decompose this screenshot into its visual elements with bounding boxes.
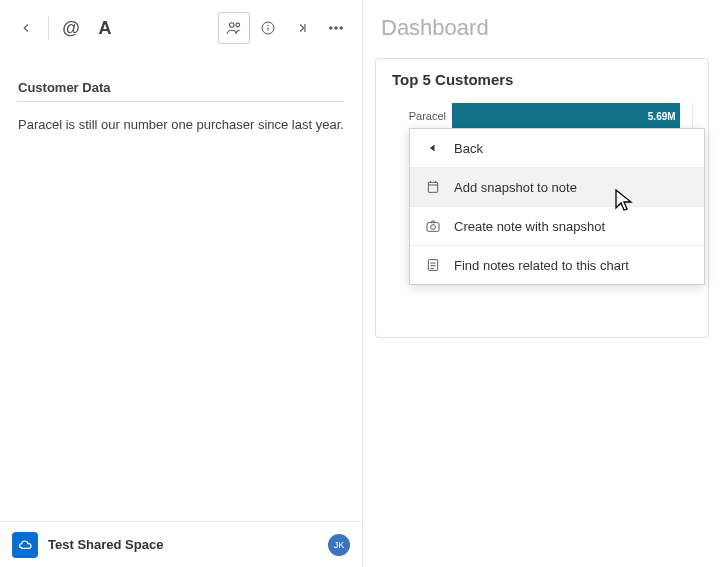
svg-rect-10 <box>428 182 437 192</box>
info-button[interactable] <box>252 12 284 44</box>
svg-point-1 <box>236 23 240 27</box>
ctx-label: Find notes related to this chart <box>454 258 629 273</box>
back-button[interactable] <box>10 12 42 44</box>
user-avatar[interactable]: JK <box>328 534 350 556</box>
mention-button[interactable]: @ <box>55 12 87 44</box>
format-button[interactable]: A <box>89 12 121 44</box>
bar-value: 5.69M <box>648 111 676 122</box>
ctx-find-notes[interactable]: Find notes related to this chart <box>410 246 704 284</box>
ctx-label: Back <box>454 141 483 156</box>
svg-point-4 <box>268 25 269 26</box>
separator <box>48 16 49 40</box>
back-arrow-icon <box>424 139 442 157</box>
chart-title: Top 5 Customers <box>392 71 692 88</box>
context-menu: Back Add snapshot to note Create note wi… <box>409 128 705 285</box>
camera-icon <box>424 217 442 235</box>
collaborators-button[interactable] <box>218 12 250 44</box>
note-add-icon <box>424 178 442 196</box>
ctx-create-note[interactable]: Create note with snapshot <box>410 207 704 246</box>
ctx-add-snapshot[interactable]: Add snapshot to note <box>410 168 704 207</box>
note-search-icon <box>424 256 442 274</box>
ctx-back[interactable]: Back <box>410 129 704 168</box>
bar[interactable]: 5.69M <box>452 103 680 129</box>
note-toolbar: @ A <box>0 0 362 56</box>
dashboard-title: Dashboard <box>381 15 489 41</box>
svg-point-15 <box>431 225 436 230</box>
ctx-label: Create note with snapshot <box>454 219 605 234</box>
space-name[interactable]: Test Shared Space <box>48 537 318 552</box>
svg-point-8 <box>340 27 343 30</box>
svg-point-0 <box>230 23 235 28</box>
space-icon[interactable] <box>12 532 38 558</box>
section-title: Customer Data <box>18 80 344 102</box>
note-body[interactable]: Paracel is still our number one purchase… <box>18 116 344 134</box>
svg-point-6 <box>329 27 332 30</box>
svg-rect-14 <box>427 223 439 232</box>
svg-point-7 <box>335 27 338 30</box>
more-button[interactable] <box>320 12 352 44</box>
bar-category: Paracel <box>409 110 452 122</box>
collapse-button[interactable] <box>286 12 318 44</box>
svg-marker-9 <box>430 145 435 152</box>
ctx-label: Add snapshot to note <box>454 180 577 195</box>
bar-row[interactable]: Paracel5.69M <box>452 103 692 129</box>
